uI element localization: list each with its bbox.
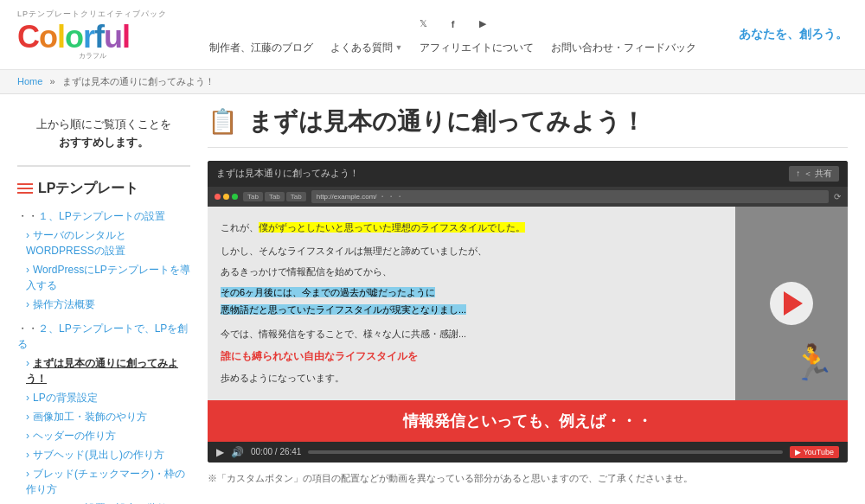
progress-bar[interactable] (308, 450, 782, 454)
breadcrumb-separator: » (49, 76, 54, 86)
close-dot (215, 194, 221, 200)
header-tagline: あなたを、創ろう。 (739, 27, 848, 42)
video-banner: 情報発信といっても、例えば・・・ (208, 400, 848, 442)
list-item: LPの背景設定 (17, 388, 190, 407)
page-title: まずは見本の通りに創ってみよう！ (248, 107, 645, 137)
sidebar-item-section2: ・２、LPテンプレートで、LPを創る (17, 319, 190, 354)
video-player: まずは見本通りに創ってみよう！ ↑ ＜ 共有 Tab Tab Tab (208, 161, 848, 463)
nav-affiliate[interactable]: アフィリエイトについて (420, 41, 534, 55)
main-nav: 制作者、江藤のブログ よくある質問 ▼ アフィリエイトについて お問い合わせ・フ… (209, 41, 697, 55)
sidebar-link-server[interactable]: サーバのレンタルとWORDPRESSの設置 (26, 229, 126, 257)
list-item: WordPressにLPテンプレートを導入する (17, 260, 190, 295)
nav-contact[interactable]: お問い合わせ・フィードバック (551, 41, 696, 55)
sidebar-link-image[interactable]: 画像加工・装飾のやり方 (33, 411, 147, 423)
video-title: まずは見本通りに創ってみよう！ (216, 167, 359, 180)
sidebar-recommendation: 上から順にご覧頂くことをおすすめします。 (17, 107, 190, 167)
hamburger-icon (17, 183, 33, 194)
current-time: 00:00 (251, 447, 272, 456)
total-time: 26:41 (279, 447, 301, 456)
logo-text: Colorful (17, 22, 167, 53)
share-button[interactable]: ↑ ＜ 共有 (789, 166, 839, 182)
sidebar-link-operation[interactable]: 操作方法概要 (33, 298, 95, 310)
footnote: ※「カスタムボタン」の項目の配置などが動画を異なっている部分があると思いますので… (208, 471, 848, 487)
refresh-icon[interactable]: ⟳ (834, 192, 841, 201)
twitter-icon[interactable]: 𝕏 (414, 15, 433, 34)
sidebar-link-bread[interactable]: ブレッド(チェックマーク)・枠の作り方 (26, 468, 185, 495)
logo-furigana: カラフル (17, 51, 167, 61)
tab-item[interactable]: Tab (265, 192, 285, 201)
video-content: これが、僕がずっとしたいと思っていた理想のライフスタイルでした。 しかし、そんな… (208, 207, 848, 400)
social-icons: 𝕏 f ▶ (414, 15, 492, 34)
browser-bar: Tab Tab Tab http://example.com/ ・ ・ ・ ⟳ (208, 187, 848, 207)
breadcrumb-home[interactable]: Home (17, 76, 42, 86)
play-icon (784, 291, 803, 316)
time-display: 00:00 / 26:41 (251, 447, 301, 456)
sidebar-nav: ・１、LPテンプレートの設置 サーバのレンタルとWORDPRESSの設置 Wor… (17, 207, 190, 504)
video-figure-area: 🏃 (735, 207, 848, 400)
youtube-button[interactable]: ▶ YouTube (790, 446, 839, 458)
sidebar-section-title: LPテンプレート (17, 180, 190, 198)
sidebar-link-section1[interactable]: １、LPテンプレートの設置 (38, 210, 165, 222)
list-item: サーバのレンタルとWORDPRESSの設置 (17, 226, 190, 260)
volume-button[interactable]: 🔊 (231, 446, 244, 458)
sidebar-link-sample[interactable]: まずは見本の通りに創ってみよう！ (26, 357, 178, 385)
play-button[interactable] (770, 282, 813, 325)
sidebar-link-wordpress[interactable]: WordPressにLPテンプレートを導入する (26, 264, 190, 291)
maximize-dot (232, 194, 238, 200)
red-text: 誰にも縛られない自由なライフスタイルを (221, 348, 722, 367)
header-center: 𝕏 f ▶ 制作者、江藤のブログ よくある質問 ▼ アフィリエイトについて お問… (209, 15, 697, 55)
main-content: 📋 まずは見本の通りに創ってみよう！ まずは見本通りに創ってみよう！ ↑ ＜ 共… (208, 107, 848, 504)
site-header: LPテンプレートクリエイティブパック Colorful カラフル 𝕏 f ▶ 制… (0, 0, 865, 70)
nav-blog[interactable]: 制作者、江藤のブログ (209, 41, 313, 55)
list-item: フォームの設置・設定・装飾 (17, 499, 190, 504)
figure-icon: 🏃 (791, 342, 835, 383)
page-title-area: 📋 まずは見本の通りに創ってみよう！ (208, 107, 848, 148)
document-icon: 📋 (208, 107, 238, 136)
chevron-down-icon: ▼ (395, 43, 403, 52)
sidebar-link-section2[interactable]: ２、LPテンプレートで、LPを創る (17, 322, 188, 350)
video-top-bar: まずは見本通りに創ってみよう！ ↑ ＜ 共有 (208, 161, 848, 187)
browser-tabs: Tab Tab Tab (243, 192, 306, 201)
sidebar: 上から順にご覧頂くことをおすすめします。 LPテンプレート ・１、LPテンプレー… (17, 107, 190, 504)
list-item: ヘッダーの作り方 (17, 426, 190, 445)
list-item: サブヘッド(見出し)の作り方 (17, 445, 190, 464)
url-bar[interactable]: http://example.com/ ・ ・ ・ (311, 190, 829, 203)
video-controls: ▶ 🔊 00:00 / 26:41 ▶ YouTube (208, 442, 848, 463)
play-pause-button[interactable]: ▶ (216, 446, 224, 458)
list-item: 操作方法概要 (17, 295, 190, 314)
breadcrumb-current: まずは見本の通りに創ってみよう！ (62, 76, 215, 86)
facebook-icon[interactable]: f (444, 15, 463, 34)
share-icon: ↑ (796, 169, 800, 178)
nav-faq[interactable]: よくある質問 ▼ (330, 41, 403, 55)
youtube-icon[interactable]: ▶ (473, 15, 492, 34)
breadcrumb: Home » まずは見本の通りに創ってみよう！ (0, 70, 865, 94)
sidebar-item-section1: ・１、LPテンプレートの設置 (17, 207, 190, 226)
list-item: 画像加工・装飾のやり方 (17, 407, 190, 426)
main-container: 上から順にご覧頂くことをおすすめします。 LPテンプレート ・１、LPテンプレー… (0, 94, 865, 504)
tab-item[interactable]: Tab (243, 192, 263, 201)
minimize-dot (223, 194, 229, 200)
list-item: まずは見本の通りに創ってみよう！ (17, 354, 190, 388)
sidebar-link-subhead[interactable]: サブヘッド(見出し)の作り方 (33, 449, 164, 461)
logo: LPテンプレートクリエイティブパック Colorful カラフル (17, 9, 167, 61)
youtube-icon: ▶ (795, 448, 801, 456)
video-text-area: これが、僕がずっとしたいと思っていた理想のライフスタイルでした。 しかし、そんな… (208, 207, 735, 400)
window-controls (215, 194, 238, 200)
tab-item[interactable]: Tab (286, 192, 306, 201)
sidebar-link-background[interactable]: LPの背景設定 (33, 392, 98, 404)
list-item: ブレッド(チェックマーク)・枠の作り方 (17, 464, 190, 499)
sidebar-link-header[interactable]: ヘッダーの作り方 (33, 430, 116, 442)
